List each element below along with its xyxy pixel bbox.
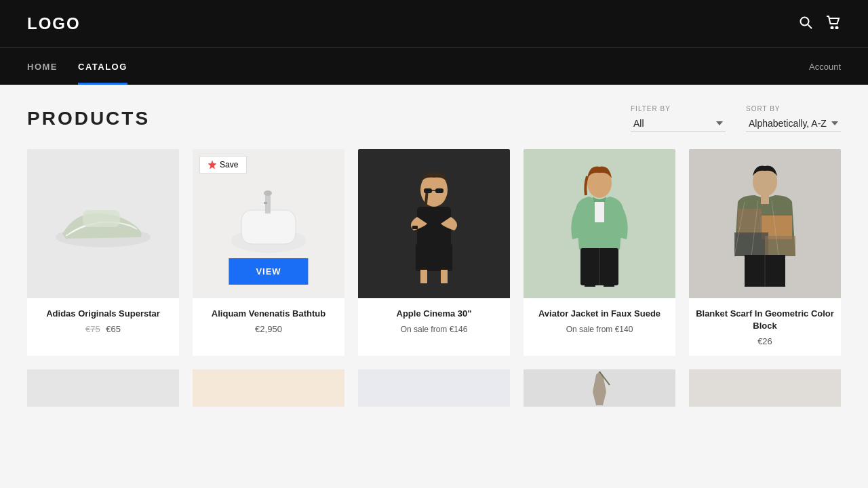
scarf-image	[724, 161, 806, 287]
product-card: Adidas Originals Superstar €75 €65	[27, 149, 179, 356]
filter-by-select[interactable]: All Men Women Accessories	[631, 115, 726, 132]
nav-links: HOME CATALOG	[27, 48, 127, 85]
svg-rect-13	[416, 244, 452, 271]
page-title: PRODUCTS	[27, 108, 150, 129]
product-name: Adidas Originals Superstar	[34, 308, 172, 320]
svg-rect-25	[604, 283, 614, 287]
nav-item-catalog[interactable]: CATALOG	[78, 48, 127, 85]
product-name: Apple Cinema 30"	[365, 308, 503, 320]
svg-line-1	[808, 24, 812, 28]
product-image-wrapper[interactable]	[27, 149, 179, 298]
product-image-wrapper[interactable]	[689, 149, 841, 298]
product-image-wrapper[interactable]	[358, 149, 510, 298]
filter-by-label: FILTER BY	[631, 105, 726, 113]
product-name: Aviator Jacket in Faux Suede	[530, 308, 669, 320]
price: €2,950	[255, 324, 282, 334]
shoe-image	[49, 190, 157, 258]
product-image-wrapper[interactable]	[524, 149, 675, 298]
product-name: Aliquam Venenatis Bathtub	[199, 308, 338, 320]
partial-image	[524, 369, 675, 407]
product-grid: Adidas Originals Superstar €75 €65 Save …	[27, 149, 841, 356]
product-card-partial	[689, 369, 841, 407]
pin-icon	[208, 161, 216, 169]
product-card: Aviator Jacket in Faux Suede On sale fro…	[524, 149, 675, 356]
top-icons	[799, 16, 841, 33]
product-info: Aviator Jacket in Faux Suede On sale fro…	[524, 298, 675, 344]
sort-by-select[interactable]: Alphabetically, A-Z Alphabetically, Z-A …	[746, 115, 841, 132]
nav-bar: HOME CATALOG Account	[0, 47, 868, 85]
filter-by-group: FILTER BY All Men Women Accessories	[631, 105, 726, 132]
bathtub-image	[224, 183, 313, 264]
nav-account[interactable]: Account	[809, 62, 841, 72]
product-card: Apple Cinema 30" On sale from €146	[358, 149, 510, 356]
on-sale-price: On sale from €146	[401, 325, 468, 334]
jacket-image	[559, 161, 640, 287]
product-name: Blanket Scarf In Geometric Color Block	[696, 308, 834, 332]
product-info: Apple Cinema 30" On sale from €146	[358, 298, 510, 344]
bottom-row	[27, 369, 841, 407]
svg-rect-15	[435, 188, 443, 193]
product-info: Blanket Scarf In Geometric Color Block €…	[689, 298, 841, 356]
cart-icon[interactable]	[826, 16, 841, 33]
product-info: Aliquam Venenatis Bathtub €2,950	[193, 298, 344, 344]
products-header: PRODUCTS FILTER BY All Men Women Accesso…	[27, 105, 841, 132]
sort-by-label: SORT BY	[746, 105, 841, 113]
partial-image	[358, 369, 510, 407]
partial-scarf-image	[586, 371, 613, 405]
svg-rect-29	[734, 232, 768, 256]
person-image	[393, 163, 475, 285]
svg-rect-14	[424, 188, 432, 193]
price: €26	[757, 336, 772, 346]
on-sale-price: On sale from €140	[566, 325, 633, 334]
svg-point-3	[836, 26, 838, 28]
nav-item-home[interactable]: HOME	[27, 48, 58, 85]
svg-rect-17	[412, 226, 418, 229]
product-card-partial	[358, 369, 510, 407]
product-card-partial	[27, 369, 179, 407]
svg-rect-10	[264, 202, 267, 204]
svg-rect-5	[83, 210, 120, 227]
svg-rect-19	[441, 270, 448, 283]
product-price: €75 €65	[34, 324, 172, 334]
product-card: Blanket Scarf In Geometric Color Block €…	[689, 149, 841, 356]
top-bar: LOGO	[0, 0, 868, 47]
product-price: €26	[696, 336, 834, 346]
filters: FILTER BY All Men Women Accessories SORT…	[631, 105, 841, 132]
partial-image	[689, 369, 841, 407]
svg-rect-7	[241, 210, 296, 244]
svg-rect-21	[595, 202, 604, 222]
product-info: Adidas Originals Superstar €75 €65	[27, 298, 179, 344]
save-label: Save	[220, 160, 238, 169]
sale-price: €65	[106, 324, 121, 334]
partial-image	[27, 369, 179, 407]
save-button[interactable]: Save	[199, 156, 247, 174]
svg-rect-27	[738, 209, 762, 236]
partial-image	[193, 369, 344, 407]
svg-point-0	[801, 17, 809, 25]
svg-point-9	[264, 190, 272, 196]
original-price: €75	[85, 324, 100, 334]
logo: LOGO	[27, 14, 81, 33]
svg-rect-24	[585, 283, 595, 287]
product-image-wrapper[interactable]: Save VIEW	[193, 149, 344, 298]
svg-rect-34	[761, 194, 769, 204]
svg-rect-18	[420, 270, 427, 283]
svg-point-2	[831, 26, 833, 28]
search-icon[interactable]	[799, 16, 812, 33]
product-price: On sale from €146	[365, 324, 503, 334]
product-price: €2,950	[199, 324, 338, 334]
svg-rect-30	[765, 236, 795, 256]
view-button[interactable]: VIEW	[229, 258, 308, 285]
main-content: PRODUCTS FILTER BY All Men Women Accesso…	[0, 85, 868, 427]
product-card-partial	[193, 369, 344, 407]
product-card-partial	[524, 369, 675, 407]
product-price: On sale from €140	[530, 324, 669, 334]
sort-by-group: SORT BY Alphabetically, A-Z Alphabetical…	[746, 105, 841, 132]
product-card: Save VIEW Aliquam Venenatis Bathtub €2,9…	[193, 149, 344, 356]
